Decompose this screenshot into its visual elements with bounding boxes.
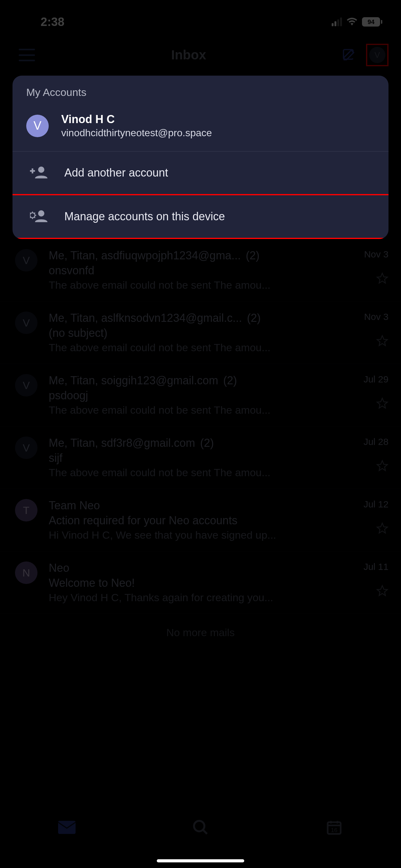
email-date: Jul 11 — [364, 561, 389, 572]
manage-accounts-icon — [30, 210, 47, 223]
email-date: Jul 29 — [364, 374, 389, 384]
star-icon[interactable] — [376, 272, 389, 286]
app-header: Inbox V — [0, 37, 401, 75]
no-more-mails: No more mails — [0, 614, 401, 651]
sender-avatar: T — [15, 499, 37, 522]
star-icon[interactable] — [376, 522, 389, 536]
cellular-icon — [332, 18, 342, 26]
email-subject: psdoogj — [49, 389, 340, 402]
email-from: Me, Titan, asdfiuqwpojph1234@gma... — [49, 249, 241, 262]
menu-icon[interactable] — [19, 49, 35, 61]
svg-rect-4 — [58, 821, 75, 834]
tab-mail[interactable] — [54, 815, 79, 840]
panel-title: My Accounts — [12, 75, 389, 107]
email-preview: The above email could not be sent The am… — [49, 466, 340, 479]
add-account-label: Add another account — [64, 166, 168, 179]
current-account-row[interactable]: V Vinod H C vinodhcidthirtyneotest@pro.s… — [12, 107, 389, 151]
email-from: Me, Titan, sdf3r8@gmail.com — [49, 436, 195, 450]
star-icon[interactable] — [376, 460, 389, 473]
account-avatar-button[interactable]: V — [369, 47, 386, 63]
email-item[interactable]: V Me, Titan, asdfiuqwpojph1234@gma... (2… — [0, 239, 401, 302]
star-icon[interactable] — [376, 397, 389, 411]
email-from: Neo — [49, 561, 69, 575]
email-item[interactable]: V Me, Titan, sdf3r8@gmail.com (2) sijf T… — [0, 427, 401, 489]
page-title: Inbox — [171, 48, 206, 62]
email-item[interactable]: T Team Neo Action required for your Neo … — [0, 489, 401, 552]
sender-avatar: V — [15, 312, 37, 334]
email-from: Me, Titan, aslfknsodvn1234@gmail.c... — [49, 312, 242, 324]
compose-icon[interactable] — [342, 47, 357, 63]
email-preview: The above email could not be sent The am… — [49, 279, 340, 291]
email-list: V Me, Titan, asdfiuqwpojph1234@gma... (2… — [0, 239, 401, 651]
email-preview: Hey Vinod H C, Thanks again for creating… — [49, 591, 340, 604]
email-subject: (no subject) — [49, 327, 340, 340]
sender-avatar: N — [15, 561, 37, 584]
svg-point-1 — [38, 166, 44, 173]
email-subject: sijf — [49, 452, 340, 465]
svg-point-2 — [38, 210, 44, 217]
sender-avatar: V — [15, 374, 37, 397]
accounts-panel: My Accounts V Vinod H C vinodhcidthirtyn… — [12, 75, 389, 239]
add-account-button[interactable]: Add another account — [12, 152, 389, 194]
svg-text:16: 16 — [331, 827, 338, 833]
email-date: Nov 3 — [364, 249, 389, 260]
highlight-avatar: V — [366, 44, 389, 66]
account-name: Vinod H C — [61, 113, 212, 126]
email-thread-count: (2) — [247, 312, 261, 324]
star-icon[interactable] — [376, 585, 389, 598]
email-from: Team Neo — [49, 499, 100, 512]
battery-icon: 94 — [362, 17, 382, 27]
email-preview: The above email could not be sent The am… — [49, 404, 340, 416]
status-time: 2:38 — [41, 15, 64, 29]
tab-search[interactable] — [188, 815, 213, 840]
status-bar: 2:38 94 — [0, 0, 401, 37]
account-avatar: V — [26, 115, 49, 137]
add-person-icon — [30, 166, 47, 180]
sender-avatar: V — [15, 249, 37, 272]
email-item[interactable]: V Me, Titan, aslfknsodvn1234@gmail.c... … — [0, 302, 401, 364]
email-date: Nov 3 — [364, 312, 389, 322]
email-thread-count: (2) — [246, 249, 260, 262]
email-preview: The above email could not be sent The am… — [49, 342, 340, 354]
svg-point-3 — [30, 213, 35, 218]
manage-accounts-button[interactable]: Manage accounts on this device — [12, 194, 389, 239]
account-email: vinodhcidthirtyneotest@pro.space — [61, 127, 212, 139]
email-thread-count: (2) — [223, 374, 237, 387]
tab-bar: 16 — [0, 806, 401, 868]
svg-point-5 — [194, 821, 204, 831]
email-date: Jul 12 — [364, 499, 389, 509]
email-subject: onsvonfd — [49, 264, 340, 277]
email-item[interactable]: V Me, Titan, soiggih123@gmail.com (2) ps… — [0, 364, 401, 427]
manage-accounts-label: Manage accounts on this device — [64, 210, 225, 223]
star-icon[interactable] — [376, 335, 389, 348]
sender-avatar: V — [15, 436, 37, 459]
wifi-icon — [346, 17, 358, 27]
email-date: Jul 28 — [364, 436, 389, 447]
tab-calendar[interactable]: 16 — [322, 815, 347, 840]
email-subject: Welcome to Neo! — [49, 577, 340, 590]
home-indicator[interactable] — [157, 859, 244, 862]
email-subject: Action required for your Neo accounts — [49, 514, 340, 527]
email-preview: Hi Vinod H C, We see that you have signe… — [49, 529, 340, 541]
email-from: Me, Titan, soiggih123@gmail.com — [49, 374, 218, 387]
status-indicators: 94 — [332, 17, 382, 27]
email-thread-count: (2) — [200, 436, 214, 450]
email-item[interactable]: N Neo Welcome to Neo! Hey Vinod H C, Tha… — [0, 552, 401, 614]
